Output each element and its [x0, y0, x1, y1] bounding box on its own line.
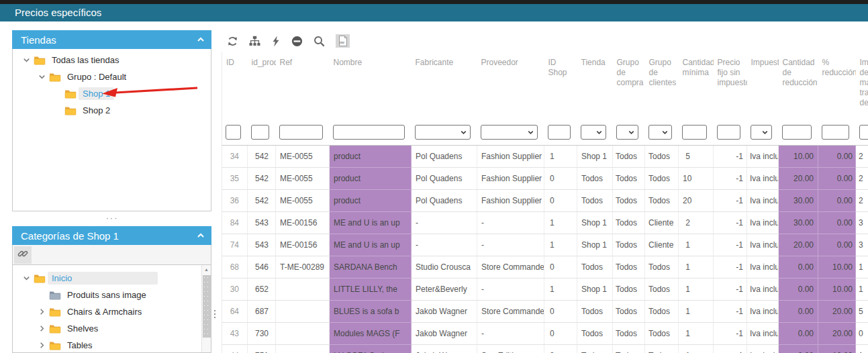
cell-proveedor[interactable]: -: [477, 323, 544, 345]
cell-reduccion_extra[interactable]: 2: [856, 146, 868, 168]
filter-input-cantidad_reduccion[interactable]: [782, 125, 812, 140]
table-row[interactable]: 44751LH SOFA SeriesJakob WagnerSon Editi…: [222, 345, 868, 353]
cell-id_prc[interactable]: 542: [248, 190, 276, 212]
cell-cantidad_reduccion[interactable]: 0.00: [779, 301, 818, 323]
chevron-up-icon[interactable]: [196, 231, 205, 240]
cell-precio_fijo[interactable]: -1: [714, 301, 747, 323]
cell-cantidad_reduccion[interactable]: 20.00: [779, 234, 818, 256]
cell-ref[interactable]: [276, 279, 330, 301]
cell-pct_reduccion[interactable]: 10.00: [818, 345, 856, 353]
cell-fabricante[interactable]: Peter&Beverly: [412, 279, 477, 301]
block-icon[interactable]: [291, 36, 303, 47]
cell-id_shop[interactable]: 1: [544, 212, 577, 234]
filter-select-impuestos[interactable]: [751, 125, 772, 140]
tree-label[interactable]: Inicio: [48, 272, 158, 285]
cell-grupo_compra[interactable]: Todos: [613, 234, 645, 256]
cell-grupo_clientes[interactable]: Todos: [645, 301, 679, 323]
cell-cantidad_reduccion[interactable]: 0.00: [779, 323, 818, 345]
chevron-down-icon[interactable]: [38, 72, 49, 81]
chevron-right-icon[interactable]: [38, 307, 49, 316]
cell-grupo_compra[interactable]: Todos: [613, 279, 645, 301]
cell-impuestos[interactable]: Iva incluido: [747, 301, 779, 323]
refresh-icon[interactable]: [227, 36, 238, 47]
cell-ref[interactable]: T-ME-00289: [276, 256, 330, 279]
cell-cantidad_minima[interactable]: 1: [679, 323, 714, 345]
sitemap-icon[interactable]: [249, 36, 260, 47]
cell-id_prc[interactable]: 687: [248, 301, 276, 323]
cell-tienda[interactable]: Shop 1: [577, 146, 613, 168]
filter-input-reduccion_extra[interactable]: [859, 125, 868, 140]
table-row[interactable]: 64687BLUES is a sofa bJakob WagnerStore …: [222, 301, 868, 323]
cell-cantidad_minima[interactable]: 1: [679, 234, 714, 256]
table-row[interactable]: 84543ME-00156ME and U is an up--1Shop 1T…: [222, 212, 868, 234]
cell-id_shop[interactable]: 0: [544, 168, 577, 190]
cell-fabricante[interactable]: -: [412, 212, 477, 234]
cell-tienda[interactable]: Todos: [577, 323, 613, 345]
cell-proveedor[interactable]: Son Edition: [477, 345, 544, 353]
cell-tienda[interactable]: Shop 1: [577, 212, 613, 234]
cell-pct_reduccion[interactable]: 0.00: [818, 212, 856, 234]
filter-select-grupo_clientes[interactable]: [648, 125, 672, 140]
cell-proveedor[interactable]: Fashion Supplier: [477, 190, 544, 212]
cell-impuestos[interactable]: Iva incluido: [747, 345, 779, 353]
cell-pct_reduccion[interactable]: 10.00: [818, 279, 856, 301]
cell-grupo_clientes[interactable]: Todos: [645, 345, 679, 353]
table-row[interactable]: 43730Modules MAGS (FJakob Wagner-0TodosT…: [222, 323, 868, 345]
cell-grupo_clientes[interactable]: Todos: [645, 168, 679, 190]
cell-grupo_compra[interactable]: Todos: [613, 146, 645, 168]
cell-ref[interactable]: ME-0055: [276, 168, 330, 190]
cell-cantidad_reduccion[interactable]: 30.00: [779, 190, 818, 212]
cell-reduccion_extra[interactable]: 2: [856, 190, 868, 212]
cell-cantidad_minima[interactable]: 5: [679, 146, 714, 168]
cell-precio_fijo[interactable]: -1: [714, 212, 747, 234]
column-header-fabricante[interactable]: Fabricante: [412, 52, 477, 119]
cell-id[interactable]: 43: [222, 323, 248, 345]
tree-label[interactable]: Tables: [63, 339, 97, 352]
cell-nombre[interactable]: product: [330, 190, 412, 212]
chevron-down-icon[interactable]: [22, 274, 34, 283]
cell-precio_fijo[interactable]: -1: [714, 190, 747, 212]
cell-proveedor[interactable]: Fashion Supplier: [477, 146, 544, 168]
column-header-id_shop[interactable]: ID Shop: [544, 52, 577, 119]
column-header-cantidad_reduccion[interactable]: Cantidad de reducción: [779, 52, 818, 119]
csv-icon[interactable]: csv: [336, 34, 350, 48]
cell-grupo_clientes[interactable]: Todos: [645, 279, 679, 301]
cell-fabricante[interactable]: -: [412, 234, 477, 256]
cell-tienda[interactable]: Shop 1: [577, 234, 613, 256]
cell-id_prc[interactable]: 543: [248, 234, 276, 256]
tree-label[interactable]: Grupo : Default: [63, 70, 130, 83]
cell-nombre[interactable]: LH SOFA Series: [330, 345, 412, 353]
cell-proveedor[interactable]: -: [477, 212, 544, 234]
cell-cantidad_minima[interactable]: 1: [679, 256, 714, 279]
tree-label[interactable]: Shop 2: [79, 104, 114, 117]
column-header-ref[interactable]: Ref: [276, 52, 330, 119]
cell-id[interactable]: 30: [222, 279, 248, 301]
cell-cantidad_reduccion[interactable]: 30.00: [779, 212, 818, 234]
cell-ref[interactable]: ME-0055: [276, 190, 330, 212]
splitter-handle[interactable]: [214, 310, 215, 318]
column-header-nombre[interactable]: Nombre: [330, 52, 412, 119]
cell-fabricante[interactable]: Jakob Wagner: [412, 323, 477, 345]
cell-reduccion_extra[interactable]: 3: [856, 212, 868, 234]
cell-id_prc[interactable]: 542: [248, 168, 276, 190]
cell-id_shop[interactable]: 0: [544, 323, 577, 345]
tree-item-produits-sans-image[interactable]: Produits sans image: [13, 287, 211, 303]
cell-nombre[interactable]: ME and U is an up: [330, 212, 412, 234]
column-header-pct_reduccion[interactable]: % reducción: [818, 52, 856, 119]
cell-cantidad_minima[interactable]: 20: [679, 190, 714, 212]
cell-nombre[interactable]: BLUES is a sofa b: [330, 301, 412, 323]
table-row[interactable]: 30652LITTLE LILLY, thePeter&Beverly-1Sho…: [222, 279, 868, 301]
cell-id[interactable]: 68: [222, 256, 248, 279]
cell-ref[interactable]: ME-0055: [276, 146, 330, 168]
cell-grupo_compra[interactable]: Todos: [613, 345, 645, 353]
cell-impuestos[interactable]: Iva incluido: [747, 279, 779, 301]
cell-id_shop[interactable]: 1: [544, 146, 577, 168]
column-header-reduccion_extra[interactable]: Importe de margen tras descuento: [856, 52, 868, 119]
column-header-impuestos[interactable]: Impuestos: [747, 52, 779, 119]
tree-label[interactable]: Shop 1: [79, 87, 114, 100]
tree-item-shop-1[interactable]: Shop 1: [13, 85, 211, 102]
cell-tienda[interactable]: Shop 1: [577, 279, 613, 301]
filter-select-tienda[interactable]: [581, 125, 606, 140]
cell-grupo_clientes[interactable]: Todos: [645, 323, 679, 345]
cell-precio_fijo[interactable]: -1: [714, 146, 747, 168]
